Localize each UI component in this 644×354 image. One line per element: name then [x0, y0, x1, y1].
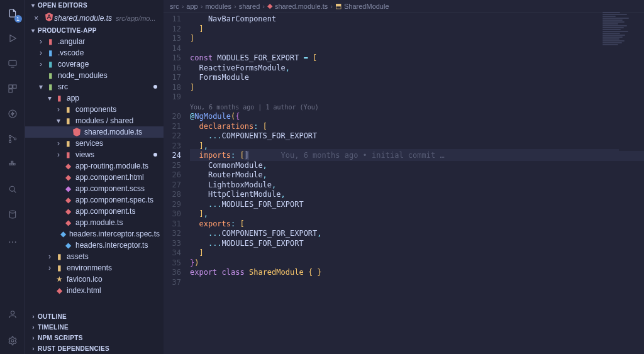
angular-icon	[72, 127, 82, 137]
line-gutter: 1112131415161718192021222324252627282930…	[164, 13, 190, 354]
svg-rect-9	[9, 163, 11, 165]
folder-icon: ▮	[45, 48, 55, 58]
rust-deps-header[interactable]: ›RUST DEPENDENCIES	[25, 343, 164, 354]
code-content[interactable]: NavBarComponent ] ] const MODULES_FOR_EX…	[190, 13, 644, 354]
folder-icon: ▮	[45, 59, 55, 69]
folder-environments[interactable]: ›▮environments	[25, 262, 164, 274]
timeline-header[interactable]: ›TIMELINE	[25, 322, 164, 333]
open-editors-header[interactable]: ▾ OPEN EDITORS	[25, 0, 164, 11]
svg-rect-1	[9, 60, 16, 65]
chevron-down-icon: ▾	[29, 2, 38, 9]
file-app-routing[interactable]: ◆app-routing.module.ts	[25, 160, 164, 172]
chevron-down-icon: ▾	[29, 27, 38, 34]
source-control-icon[interactable]	[4, 131, 21, 147]
run-icon[interactable]	[4, 30, 21, 47]
docker-icon[interactable]	[4, 156, 21, 172]
folder-views[interactable]: ›▮views	[25, 149, 164, 160]
outline-header[interactable]: ›OUTLINE	[25, 311, 164, 322]
ts-icon: ◆	[60, 229, 67, 239]
breadcrumb[interactable]: src› app› modules› shared› ◆ shared.modu…	[164, 0, 644, 13]
modified-dot-icon	[153, 153, 157, 157]
database-icon[interactable]	[4, 206, 21, 223]
npm-scripts-header[interactable]: ›NPM SCRIPTS	[25, 333, 164, 343]
editor-filepath: src/app/mo...	[116, 14, 156, 22]
ts-icon: ◆	[63, 240, 73, 250]
file-app-scss[interactable]: ◆app.component.scss	[25, 183, 164, 194]
folder-angular[interactable]: ›▮.angular	[25, 36, 164, 47]
svg-rect-10	[11, 163, 13, 165]
angular-icon: ◆	[63, 195, 73, 205]
svg-rect-12	[11, 161, 13, 163]
html-icon: ◆	[63, 172, 73, 182]
svg-marker-0	[10, 35, 16, 42]
code-lens[interactable]: You, 6 months ago | 1 author (You)	[190, 102, 644, 113]
angular-icon: ◆	[63, 161, 73, 171]
file-index-html[interactable]: ◆index.html	[25, 285, 164, 296]
angular-icon: ◆	[267, 2, 272, 10]
angular-icon: ◆	[63, 218, 73, 228]
scss-icon: ◆	[63, 184, 73, 194]
svg-rect-3	[13, 85, 16, 88]
explorer-icon[interactable]: 1	[4, 5, 21, 21]
folder-src[interactable]: ▾▮src	[25, 81, 164, 92]
module-icon: ⬒	[335, 2, 341, 10]
open-editor-tab[interactable]: × shared.module.ts src/app/mo...	[25, 11, 164, 25]
svg-rect-11	[13, 163, 15, 165]
folder-icon: ▮	[63, 104, 73, 114]
svg-point-8	[14, 138, 16, 140]
folder-services[interactable]: ›▮services	[25, 138, 164, 149]
folder-icon: ▮	[45, 70, 55, 80]
thunder-icon[interactable]	[4, 106, 21, 122]
angular-icon: ◆	[63, 206, 73, 216]
html-icon: ◆	[54, 285, 64, 296]
explorer-badge: 1	[14, 15, 22, 23]
more-icon[interactable]	[4, 234, 21, 250]
code-editor[interactable]: 1112131415161718192021222324252627282930…	[164, 13, 644, 354]
editor-filename: shared.module.ts	[54, 14, 112, 23]
svg-point-5	[9, 110, 16, 118]
close-icon[interactable]: ×	[34, 14, 43, 23]
svg-point-17	[14, 241, 16, 243]
file-app-ts[interactable]: ◆app.component.ts	[25, 206, 164, 217]
folder-modules-shared[interactable]: ▾▮modules / shared	[25, 115, 164, 126]
file-app-spec[interactable]: ◆app.component.spec.ts	[25, 194, 164, 206]
svg-point-15	[9, 241, 10, 243]
modified-dot-icon	[153, 85, 157, 89]
folder-icon: ▮	[54, 263, 64, 273]
folder-icon: ▮	[54, 93, 64, 103]
folder-vscode[interactable]: ›▮.vscode	[25, 47, 164, 58]
svg-point-6	[9, 135, 11, 137]
star-icon: ★	[54, 274, 64, 284]
file-headers[interactable]: ◆headers.interceptor.ts	[25, 240, 164, 251]
search-icon[interactable]	[4, 181, 21, 197]
folder-components[interactable]: ›▮components	[25, 104, 164, 115]
file-favicon[interactable]: ★favicon.ico	[25, 274, 164, 285]
folder-assets[interactable]: ›▮assets	[25, 251, 164, 262]
git-blame-ghost: You, 6 months ago • initial commit …	[281, 151, 445, 160]
folder-icon: ▮	[54, 252, 64, 262]
project-header[interactable]: ▾ PRODUCTIVE-APP	[25, 25, 164, 36]
angular-icon	[44, 12, 54, 24]
folder-icon: ▮	[63, 116, 73, 126]
file-app-module[interactable]: ◆app.module.ts	[25, 217, 164, 228]
folder-icon: ▮	[45, 82, 55, 92]
svg-point-19	[11, 340, 14, 342]
file-shared-module[interactable]: shared.module.ts	[25, 126, 164, 138]
svg-point-16	[12, 241, 13, 243]
account-icon[interactable]	[4, 306, 21, 323]
file-headers-spec[interactable]: ◆headers.interceptor.spec.ts	[25, 228, 164, 240]
editor-area: src› app› modules› shared› ◆ shared.modu…	[164, 0, 644, 354]
svg-point-7	[9, 140, 11, 142]
folder-coverage[interactable]: ›▮coverage	[25, 58, 164, 70]
folder-icon: ▮	[63, 138, 73, 148]
folder-node-modules[interactable]: ▮node_modules	[25, 70, 164, 81]
file-tree: ›▮.angular ›▮.vscode ›▮coverage ▮node_mo…	[25, 36, 164, 311]
extensions-icon[interactable]	[4, 80, 21, 97]
gear-icon[interactable]	[4, 333, 21, 349]
file-app-html[interactable]: ◆app.component.html	[25, 172, 164, 183]
activity-bar: 1	[0, 0, 25, 354]
remote-icon[interactable]	[4, 55, 21, 72]
svg-point-13	[9, 186, 14, 191]
folder-app[interactable]: ▾▮app	[25, 92, 164, 104]
folder-icon: ▮	[45, 36, 55, 47]
